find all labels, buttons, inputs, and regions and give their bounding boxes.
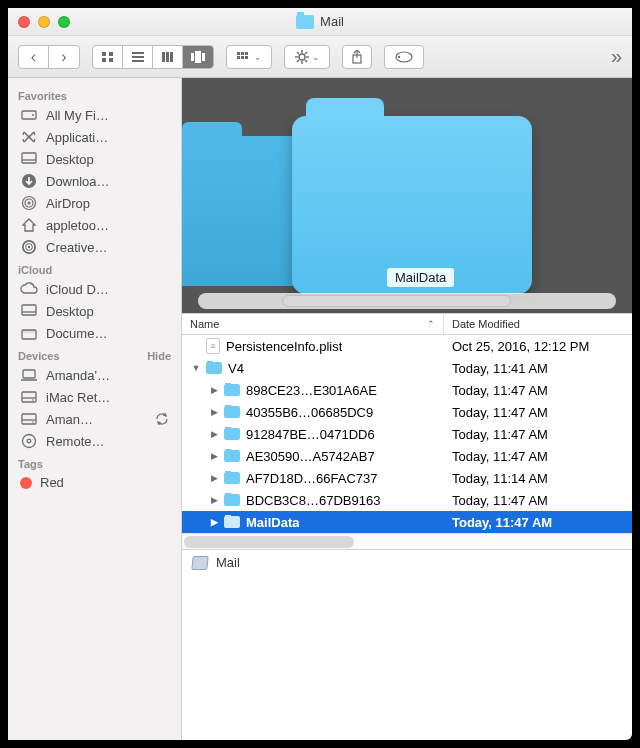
disclosure-triangle[interactable]: ▶ xyxy=(208,429,220,439)
disclosure-triangle[interactable]: ▶ xyxy=(208,517,220,527)
sidebar-item-label: Aman… xyxy=(46,412,93,427)
laptop-icon xyxy=(20,367,38,383)
sidebar-item[interactable]: Desktop xyxy=(8,300,181,322)
view-mode-buttons xyxy=(92,45,214,69)
table-row[interactable]: ▶BDCB3C8…67DB9163Today, 11:47 AM xyxy=(182,489,632,511)
table-row[interactable]: ▶898CE23…E301A6AEToday, 11:47 AM xyxy=(182,379,632,401)
svg-rect-2 xyxy=(102,58,106,62)
sidebar-item[interactable]: Docume… xyxy=(8,322,181,344)
scroll-thumb[interactable] xyxy=(184,536,354,548)
cc-icon xyxy=(20,239,38,255)
table-row[interactable]: ▶912847BE…0471DD6Today, 11:47 AM xyxy=(182,423,632,445)
hdd-icon xyxy=(20,389,38,405)
sidebar-item-label: Remote… xyxy=(46,434,105,449)
sidebar-item[interactable]: AirDrop xyxy=(8,192,181,214)
sidebar-item-label: AirDrop xyxy=(46,196,90,211)
sidebar-item[interactable]: Amanda'… xyxy=(8,364,181,386)
table-row[interactable]: ▶AE30590…A5742AB7Today, 11:47 AM xyxy=(182,445,632,467)
file-list[interactable]: PersistenceInfo.plistOct 25, 2016, 12:12… xyxy=(182,335,632,533)
disclosure-triangle[interactable]: ▶ xyxy=(208,495,220,505)
svg-rect-53 xyxy=(22,392,36,402)
sidebar-item[interactable]: Creative… xyxy=(8,236,181,258)
hide-button[interactable]: Hide xyxy=(147,350,171,362)
sidebar-item[interactable]: Remote… xyxy=(8,430,181,452)
table-row[interactable]: ▶AF7D18D…66FAC737Today, 11:14 AM xyxy=(182,467,632,489)
column-label: Date Modified xyxy=(452,318,520,330)
path-bar[interactable]: Mail xyxy=(182,549,632,575)
disclosure-triangle[interactable]: ▶ xyxy=(208,451,220,461)
file-name: 40355B6…06685DC9 xyxy=(246,405,373,420)
horizontal-scrollbar[interactable] xyxy=(182,533,632,549)
svg-rect-16 xyxy=(237,56,240,59)
sidebar-item[interactable]: Red xyxy=(8,472,181,493)
svg-rect-4 xyxy=(132,52,144,54)
svg-line-25 xyxy=(305,60,307,62)
disclosure-triangle[interactable]: ▶ xyxy=(208,407,220,417)
sidebar-item[interactable]: Aman… xyxy=(8,408,181,430)
close-button[interactable] xyxy=(18,16,30,28)
svg-point-59 xyxy=(23,435,36,448)
coverflow-view-button[interactable] xyxy=(183,46,213,68)
sidebar-item[interactable]: iCloud D… xyxy=(8,278,181,300)
column-view-button[interactable] xyxy=(153,46,183,68)
file-date: Today, 11:41 AM xyxy=(444,361,632,376)
action-button[interactable]: ⌄ xyxy=(284,45,330,69)
sidebar[interactable]: FavoritesAll My Fi…Applicati…DesktopDown… xyxy=(8,78,182,740)
overflow-button[interactable]: » xyxy=(611,45,622,68)
disc-icon xyxy=(20,433,38,449)
title-text: Mail xyxy=(320,14,344,29)
sidebar-item[interactable]: All My Fi… xyxy=(8,104,181,126)
column-header-name[interactable]: Name ⌃ xyxy=(182,314,444,334)
column-header-date[interactable]: Date Modified xyxy=(444,314,632,334)
table-row[interactable]: PersistenceInfo.plistOct 25, 2016, 12:12… xyxy=(182,335,632,357)
path-item[interactable]: Mail xyxy=(216,555,240,570)
sidebar-item[interactable]: Downloa… xyxy=(8,170,181,192)
folder-icon xyxy=(224,384,240,396)
coverflow-scrollbar[interactable] xyxy=(198,293,616,309)
arrange-button[interactable]: ⌄ xyxy=(226,45,272,69)
disclosure-triangle[interactable]: ▼ xyxy=(190,363,202,373)
svg-rect-36 xyxy=(22,153,36,163)
sidebar-item[interactable]: appletoo… xyxy=(8,214,181,236)
sidebar-item-label: Docume… xyxy=(46,326,107,341)
svg-point-19 xyxy=(299,54,305,60)
zoom-button[interactable] xyxy=(58,16,70,28)
table-row[interactable]: ▶40355B6…06685DC9Today, 11:47 AM xyxy=(182,401,632,423)
sidebar-item-label: Desktop xyxy=(46,152,94,167)
desktop-icon xyxy=(20,303,38,319)
forward-button[interactable]: › xyxy=(49,46,79,68)
disclosure-triangle[interactable]: ▶ xyxy=(208,385,220,395)
icon-view-button[interactable] xyxy=(93,46,123,68)
disk-icon xyxy=(20,107,38,123)
coverflow-pane[interactable]: MailData xyxy=(182,78,632,313)
list-view-button[interactable] xyxy=(123,46,153,68)
svg-rect-14 xyxy=(241,52,244,55)
svg-point-42 xyxy=(28,202,31,205)
file-name: PersistenceInfo.plist xyxy=(226,339,342,354)
minimize-button[interactable] xyxy=(38,16,50,28)
svg-point-31 xyxy=(398,55,400,57)
folder-icon xyxy=(224,494,240,506)
coverflow-scroll-thumb[interactable] xyxy=(282,295,512,307)
airdrop-icon xyxy=(20,195,38,211)
main-area: FavoritesAll My Fi…Applicati…DesktopDown… xyxy=(8,78,632,740)
disclosure-triangle[interactable]: ▶ xyxy=(208,473,220,483)
back-button[interactable]: ‹ xyxy=(19,46,49,68)
share-button[interactable] xyxy=(342,45,372,69)
svg-rect-8 xyxy=(166,52,169,62)
content-area: MailData Name ⌃ Date Modified Persistenc… xyxy=(182,78,632,740)
table-row[interactable]: ▼V4Today, 11:41 AM xyxy=(182,357,632,379)
svg-line-27 xyxy=(305,52,307,54)
sidebar-item[interactable]: iMac Ret… xyxy=(8,386,181,408)
sidebar-item[interactable]: Desktop xyxy=(8,148,181,170)
tags-button[interactable] xyxy=(384,45,424,69)
file-date: Today, 11:14 AM xyxy=(444,471,632,486)
sidebar-item-label: All My Fi… xyxy=(46,108,109,123)
svg-rect-1 xyxy=(109,52,113,56)
sidebar-item-label: appletoo… xyxy=(46,218,109,233)
folder-icon xyxy=(20,325,38,341)
mail-app-icon xyxy=(191,556,208,570)
sidebar-item[interactable]: Applicati… xyxy=(8,126,181,148)
svg-rect-50 xyxy=(22,330,36,333)
table-row[interactable]: ▶MailDataToday, 11:47 AM xyxy=(182,511,632,533)
